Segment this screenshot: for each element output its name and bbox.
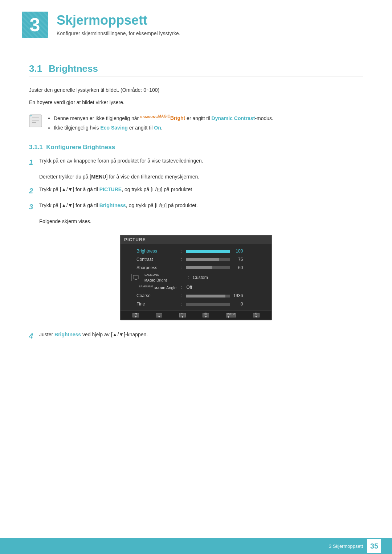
step-1-subtext: Deretter trykker du på [MENU] for å vise… bbox=[39, 173, 363, 181]
section-31-title: 3.1Brightness bbox=[29, 63, 363, 77]
footer-btn-auto: AUTO▼ bbox=[226, 313, 236, 317]
subsection-311-title: 3.1.1 Konfigurere Brightness bbox=[29, 144, 363, 151]
footer-page-number: 35 bbox=[367, 539, 381, 553]
footer-btn-settings: ⚙▼ bbox=[253, 313, 260, 317]
menu-row-fine: Fine : 0 bbox=[131, 300, 268, 308]
monitor-header: PICTURE bbox=[121, 235, 271, 244]
step-4-number: 4 bbox=[29, 331, 39, 341]
footer-btn-enter: ⊡▼ bbox=[203, 313, 209, 317]
monitor-footer: ◄▼ —▼ +▼ ⊡▼ AUTO▼ ⚙▼ bbox=[121, 311, 271, 320]
chapter-subtitle: Konfigurer skjerminnstillingene, for eks… bbox=[57, 30, 180, 36]
step-3-subtext: Følgende skjerm vises. bbox=[39, 217, 363, 226]
step-4: 4 Juster Brightness ved hjelp av [▲/▼]-k… bbox=[29, 331, 363, 341]
chapter-number: 3 bbox=[30, 15, 40, 34]
menu-row-contrast: Contrast : 75 bbox=[131, 255, 268, 264]
step-3: 3 Trykk på [▲/▼] for å gå til Brightness… bbox=[29, 201, 363, 212]
svg-rect-0 bbox=[29, 115, 42, 127]
chapter-header: 3 Skjermoppsett Konfigurer skjerminnstil… bbox=[0, 0, 392, 45]
step-3-number: 3 bbox=[29, 201, 39, 212]
chapter-title-block: Skjermoppsett Konfigurer skjerminnstilli… bbox=[57, 12, 180, 36]
chapter-title: Skjermoppsett bbox=[57, 13, 180, 28]
menu-row-magic-bright: SAMSUNGMAGIC Bright : Custom bbox=[131, 272, 268, 284]
footer-btn-left: ◄▼ bbox=[132, 313, 139, 317]
step-2: 2 Trykk på [▲/▼] for å gå til PICTURE, o… bbox=[29, 185, 363, 196]
monitor-icon bbox=[131, 274, 140, 281]
monitor-screenshot: PICTURE Brightness : 100 Contrast : bbox=[120, 235, 272, 320]
step-2-text: Trykk på [▲/▼] for å gå til PICTURE, og … bbox=[39, 185, 363, 194]
svg-rect-6 bbox=[135, 279, 137, 280]
note-bullets: Denne menyen er ikke tilgjengelig når SA… bbox=[47, 114, 273, 134]
note-box: Denne menyen er ikke tilgjengelig når SA… bbox=[29, 114, 363, 134]
step-4-text: Juster Brightness ved hjelp av [▲/▼]-kna… bbox=[39, 331, 363, 339]
description-2: En høyere verdi gjør at bildet virker ly… bbox=[29, 98, 363, 107]
chapter-number-box: 3 bbox=[22, 12, 48, 38]
note-icon bbox=[29, 114, 42, 127]
monitor-container: PICTURE Brightness : 100 Contrast : bbox=[29, 235, 363, 320]
menu-row-magic-angle: SAMSUNG MAGIC Angle : Off bbox=[131, 283, 268, 292]
step-3-text: Trykk på [▲/▼] for å gå til Brightness, … bbox=[39, 201, 363, 210]
note-2: Ikke tilgjengelig hvis Eco Saving er ang… bbox=[54, 123, 273, 132]
footer-btn-plus: +▼ bbox=[179, 313, 186, 317]
section-31-heading: Brightness bbox=[49, 63, 98, 74]
monitor-body: Brightness : 100 Contrast : 75 bbox=[121, 244, 271, 311]
section-31-number: 3.1 bbox=[29, 63, 42, 74]
description-1: Juster den generelle lysstyrken til bild… bbox=[29, 86, 363, 95]
step-2-number: 2 bbox=[29, 185, 39, 196]
footer-btn-minus: —▼ bbox=[156, 313, 162, 317]
footer-chapter-label: 3 Skjermoppsett bbox=[329, 543, 363, 549]
step-1: 1 Trykk på en av knappene foran på produ… bbox=[29, 157, 363, 168]
menu-row-coarse: Coarse : 1936 bbox=[131, 292, 268, 300]
page-footer: 3 Skjermoppsett 35 bbox=[0, 538, 392, 554]
step-1-number: 1 bbox=[29, 157, 39, 168]
step-1-text: Trykk på en av knappene foran på produkt… bbox=[39, 157, 363, 165]
note-1: Denne menyen er ikke tilgjengelig når SA… bbox=[54, 114, 273, 123]
svg-rect-5 bbox=[133, 275, 138, 279]
menu-row-brightness: Brightness : 100 bbox=[131, 247, 268, 255]
menu-row-sharpness: Sharpness : 60 bbox=[131, 264, 268, 272]
main-content: 3.1Brightness Juster den generelle lysst… bbox=[0, 45, 392, 376]
